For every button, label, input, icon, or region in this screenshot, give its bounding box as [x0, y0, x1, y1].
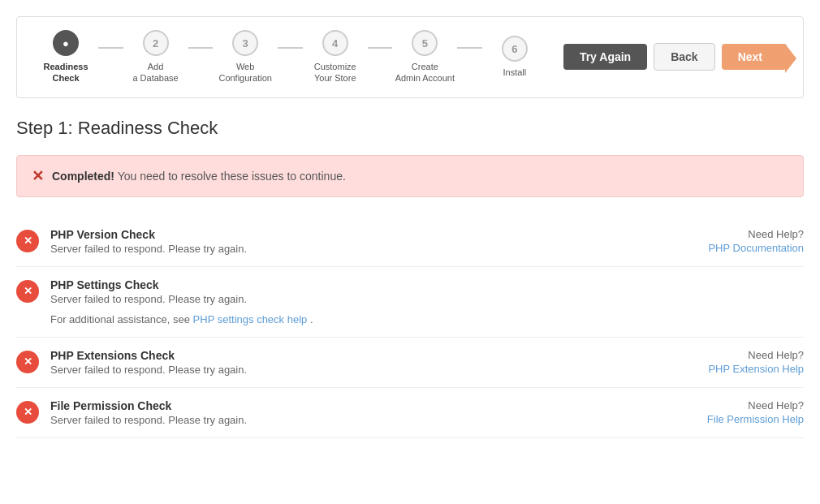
php-settings-help-link[interactable]: PHP settings check help — [193, 313, 308, 325]
alert-icon: ✕ — [32, 167, 44, 185]
alert-message: You need to resolve these issues to cont… — [114, 170, 346, 183]
check-file-permission-right: Need Help? File Permission Help — [674, 399, 804, 425]
check-php-version-right: Need Help? PHP Documentation — [674, 228, 804, 254]
step-5-circle: 5 — [412, 30, 438, 56]
step-connector-1 — [98, 47, 123, 49]
step-connector-3 — [278, 47, 303, 49]
check-php-settings-extra-suffix: . — [307, 313, 313, 325]
check-php-extensions-desc: Server failed to respond. Please try aga… — [50, 364, 674, 376]
check-php-version-title: PHP Version Check — [50, 228, 674, 241]
step-1-label: ReadinessCheck — [43, 61, 88, 84]
php-documentation-link[interactable]: PHP Documentation — [690, 242, 804, 254]
check-php-extensions: PHP Extensions Check Server failed to re… — [16, 338, 804, 388]
php-version-need-help: Need Help? — [690, 228, 804, 240]
file-permission-need-help: Need Help? — [690, 399, 804, 411]
step-connector-5 — [457, 47, 482, 49]
step-2: 2 Adda Database — [123, 30, 188, 84]
step-3-circle: 3 — [232, 30, 258, 56]
steps-container: ● ReadinessCheck 2 Adda Database 3 WebCo… — [33, 30, 547, 84]
back-button[interactable]: Back — [654, 43, 714, 71]
next-button[interactable]: Next — [722, 44, 787, 70]
alert-text: Completed! You need to resolve these iss… — [52, 170, 346, 183]
check-file-permission-icon — [16, 401, 39, 424]
stepper-bar: ● ReadinessCheck 2 Adda Database 3 WebCo… — [16, 16, 804, 98]
check-file-permission-body: File Permission Check Server failed to r… — [50, 399, 674, 426]
check-php-version-icon — [16, 230, 39, 252]
check-php-settings-extra-text: For additional assistance, see — [50, 313, 193, 325]
step-4-label: CustomizeYour Store — [314, 61, 356, 84]
alert-banner: ✕ Completed! You need to resolve these i… — [16, 155, 804, 197]
check-php-extensions-right: Need Help? PHP Extension Help — [674, 349, 804, 375]
check-php-extensions-title: PHP Extensions Check — [50, 349, 674, 362]
step-5-label: CreateAdmin Account — [395, 61, 455, 84]
step-4: 4 CustomizeYour Store — [303, 30, 368, 84]
php-extensions-need-help: Need Help? — [690, 349, 804, 361]
check-php-settings-body: PHP Settings Check Server failed to resp… — [50, 278, 674, 325]
php-extension-help-link[interactable]: PHP Extension Help — [690, 363, 804, 375]
check-file-permission-title: File Permission Check — [50, 399, 674, 412]
alert-bold: Completed! — [52, 170, 114, 183]
step-6-circle: 6 — [502, 36, 528, 62]
step-4-circle: 4 — [322, 30, 348, 56]
check-php-settings-desc: Server failed to respond. Please try aga… — [50, 293, 674, 305]
main-content: Step 1: Readiness Check ✕ Completed! You… — [16, 118, 804, 438]
check-php-version-desc: Server failed to respond. Please try aga… — [50, 243, 674, 255]
step-3: 3 WebConfiguration — [213, 30, 278, 84]
check-php-settings: PHP Settings Check Server failed to resp… — [16, 267, 804, 338]
step-connector-4 — [368, 47, 393, 49]
step-1: ● ReadinessCheck — [33, 30, 98, 84]
check-file-permission-desc: Server failed to respond. Please try aga… — [50, 414, 674, 426]
button-group: Try Again Back Next — [563, 43, 787, 71]
check-php-settings-title: PHP Settings Check — [50, 278, 674, 291]
page-title: Step 1: Readiness Check — [16, 118, 804, 139]
step-3-label: WebConfiguration — [218, 61, 271, 84]
check-php-version: PHP Version Check Server failed to respo… — [16, 217, 804, 267]
check-php-settings-extra: For additional assistance, see PHP setti… — [50, 310, 674, 325]
check-php-settings-icon — [16, 280, 39, 303]
check-php-version-body: PHP Version Check Server failed to respo… — [50, 228, 674, 255]
step-5: 5 CreateAdmin Account — [392, 30, 457, 84]
step-1-circle: ● — [53, 30, 79, 56]
step-6-label: Install — [503, 67, 527, 78]
file-permission-help-link[interactable]: File Permission Help — [690, 413, 804, 425]
check-php-extensions-body: PHP Extensions Check Server failed to re… — [50, 349, 674, 376]
check-file-permission: File Permission Check Server failed to r… — [16, 388, 804, 438]
try-again-button[interactable]: Try Again — [563, 44, 647, 70]
check-php-extensions-icon — [16, 351, 39, 373]
step-2-circle: 2 — [143, 30, 169, 56]
step-2-label: Adda Database — [132, 61, 178, 84]
step-connector-2 — [188, 47, 214, 49]
step-6: 6 Install — [482, 36, 547, 78]
